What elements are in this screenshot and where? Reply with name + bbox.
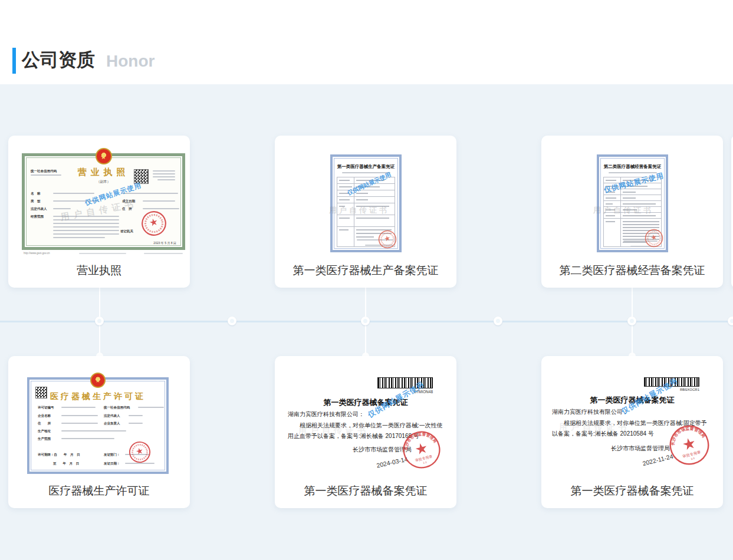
cert-title: 第一类医疗器械生产备案凭证: [333, 164, 399, 170]
certificate-card-filing-2024[interactable]: 07MION48 第一类医疗器械备案凭证 湖南力宾医疗科技有限公司： 根据相关法…: [275, 356, 456, 508]
text-line-placeholder: [157, 179, 175, 180]
accent-bar: [12, 48, 16, 74]
field-label: 统一社会信用代码: [104, 406, 130, 410]
text-line-placeholder: [153, 173, 175, 174]
cert-title: 第一类医疗器械备案凭证: [275, 397, 456, 408]
official-seal-stamp: [126, 439, 153, 466]
footer-url: http://www.gsxt.gov.cn: [24, 252, 50, 255]
field-value-placeholder: [53, 208, 71, 209]
company-name: 湖南力宾医疗科技有限公司：: [552, 408, 629, 416]
agency-name: 长沙市市场监督管理局: [611, 444, 670, 453]
certificate-card-business-license[interactable]: ★ 统一社会信用代码 营业执照 （副本） 名 称 类 型 法定代表人 经营范围: [8, 136, 190, 288]
timeline-dot: [494, 317, 502, 325]
card-caption: 第一类医疗器械备案凭证: [275, 483, 456, 499]
company-honor-page: 公司资质 Honor ★ 统一社会信用代码 营业执照 （副本）: [0, 0, 733, 560]
text-line-placeholder: [53, 233, 119, 235]
card-caption: 第二类医疗器械经营备案凭证: [541, 263, 723, 278]
certificate-image: 第一类医疗器械生产备案凭证: [330, 154, 402, 252]
certificate-card-filing-2022[interactable]: RBSXOCR1 第一类医疗器械备案凭证 湖南力宾医疗科技有限公司： 根据相关法…: [541, 356, 723, 508]
field-label: 法定代表人: [104, 414, 120, 418]
text-line-placeholder: [144, 253, 183, 254]
field-value-placeholder: [129, 415, 143, 416]
text-line-placeholder: [79, 253, 126, 254]
timeline-dot: [361, 317, 370, 325]
field-label: 许可证编号: [38, 406, 54, 410]
field-value-placeholder: [61, 423, 98, 424]
issue-date: 2023 年 5 月 8 日: [153, 241, 176, 245]
field-label: 生产地址: [38, 429, 51, 433]
issuer-label: 发证部门：: [104, 453, 120, 457]
field-label: 企业负责人: [104, 421, 120, 426]
stamp-number: 1-3: [423, 460, 428, 464]
timeline-dot: [95, 317, 104, 325]
national-emblem-icon: ★: [90, 373, 106, 388]
field-label: 名 称: [31, 192, 41, 196]
page-subtitle: Honor: [106, 48, 155, 74]
certificate-card-prod-license[interactable]: ★ 医疗器械生产许可证 许可证编号 统一社会信用代码 企业名称 法定代表人 住 …: [8, 356, 190, 508]
card-caption: 营业执照: [8, 263, 190, 278]
certificate-card-prod-filing[interactable]: 第一类医疗器械生产备案凭证: [275, 136, 456, 288]
card-caption: 第一类医疗器械生产备案凭证: [275, 263, 456, 278]
period-label: 许可期限：自 年 月 日: [38, 453, 80, 457]
field-label: 类 型: [31, 199, 41, 203]
text-line-placeholder: [53, 237, 105, 238]
text-line-placeholder: [53, 223, 119, 224]
field-value-placeholder: [61, 430, 126, 431]
text-line-placeholder: [53, 230, 119, 231]
watermark-gray: 用户自传证书: [593, 205, 653, 216]
field-label: 法定代表人: [31, 207, 47, 211]
text-line-placeholder: [153, 170, 175, 172]
official-seal-stamp: 长沙市市场监督管理局 审批专用章 1-3: [398, 426, 445, 473]
field-value-placeholder: [143, 200, 175, 202]
field-value-placeholder: [61, 407, 96, 408]
watermark-gray: 用户自传证书: [298, 426, 369, 436]
certificate-image: 第二类医疗器械经营备案凭证: [597, 154, 668, 252]
text-line-placeholder: [53, 226, 119, 228]
official-seal-stamp: [376, 228, 399, 251]
watermark-gray: 用户自传证书: [329, 205, 389, 216]
issue-date-label: 发证日期：: [104, 462, 120, 466]
official-seal-stamp: [643, 227, 666, 250]
field-label: 企业名称: [38, 414, 51, 418]
national-emblem-icon: ★: [96, 148, 112, 164]
official-seal-stamp: 长沙市市场监督管理局 审批专用章 1-3: [665, 420, 715, 470]
text-line-placeholder: [609, 172, 657, 173]
page-title: 公司资质: [22, 47, 95, 73]
field-value-placeholder: [129, 423, 143, 424]
stamp-number: 1-3: [691, 457, 695, 461]
watermark-gray: 用户自传证书: [559, 422, 630, 433]
field-value-placeholder: [53, 193, 94, 194]
filing-date: 2022-11-24: [642, 453, 673, 467]
card-caption: 医疗器械生产许可证: [8, 483, 190, 499]
period-label: 至 年 月 日: [53, 462, 79, 466]
barcode-code: RBSXOCR1: [680, 388, 699, 391]
text-line-placeholder: [153, 176, 175, 177]
card-caption: 第一类医疗器械备案凭证: [541, 483, 723, 499]
timeline-dot: [627, 317, 636, 325]
certificate-image: ★ 医疗器械生产许可证 许可证编号 统一社会信用代码 企业名称 法定代表人 住 …: [27, 377, 169, 474]
honor-section: ★ 统一社会信用代码 营业执照 （副本） 名 称 类 型 法定代表人 经营范围: [0, 84, 733, 560]
timeline-dot: [728, 317, 733, 325]
field-label: 生产范围: [38, 437, 51, 441]
field-value-placeholder: [61, 438, 114, 439]
field-label: 住 所: [38, 421, 51, 426]
registrar-label: 登记机关: [120, 229, 133, 233]
field-label: 经营范围: [31, 215, 44, 219]
cert-title: 医疗器械生产许可证: [29, 391, 166, 402]
cert-title: 第二类医疗器械经营备案凭证: [599, 164, 666, 170]
company-name: 湖南力宾医疗科技有限公司：: [288, 410, 364, 419]
certificate-card-op-filing[interactable]: 第二类医疗器械经营备案凭证: [541, 136, 723, 288]
field-value-placeholder: [138, 407, 164, 408]
field-value-placeholder: [61, 415, 98, 416]
timeline-dot: [228, 317, 236, 325]
official-seal-stamp: [138, 207, 169, 239]
